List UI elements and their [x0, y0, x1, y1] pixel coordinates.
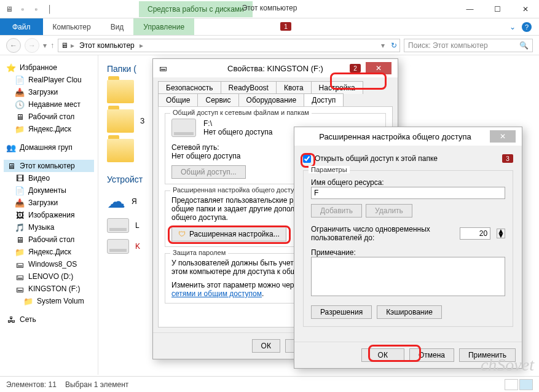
view-switcher[interactable] — [505, 379, 533, 390]
qat-item[interactable]: ▫ — [17, 4, 28, 15]
drive-icon — [107, 218, 129, 233]
checkbox-input[interactable] — [303, 155, 311, 163]
nav-tree[interactable]: ⭐Избранное 📄RealPlayer Clou 📥Загрузки 🕓Н… — [0, 55, 98, 375]
tree-network[interactable]: 🖧Сеть — [4, 313, 94, 326]
delete-button[interactable]: Удалить — [366, 204, 412, 218]
tree-item[interactable]: 🖴LENOVO (D:) — [4, 270, 94, 283]
tab-customize[interactable]: Настройка — [311, 81, 363, 94]
dialog-titlebar[interactable]: Расширенная настройка общего доступа ✕ — [294, 127, 522, 146]
share-name-label: Имя общего ресурса: — [311, 178, 505, 187]
tree-item[interactable]: 🖥Рабочий стол — [4, 233, 94, 246]
share-path: F:\ — [203, 119, 272, 128]
ok-button[interactable]: ОК — [361, 348, 404, 362]
tree-item[interactable]: 📥Загрузки — [4, 197, 94, 209]
limit-label: Ограничить число одновременных пользоват… — [311, 225, 454, 242]
tab-sharing[interactable]: Доступ — [304, 93, 344, 106]
note-label: Примечание: — [311, 248, 505, 257]
tree-item[interactable]: 📁Яндекс.Диск — [4, 123, 94, 135]
ok-button[interactable]: ОК — [252, 339, 280, 353]
network-icon: 🖧 — [6, 315, 16, 324]
maximize-button[interactable]: ☐ — [484, 3, 511, 15]
dialog-titlebar[interactable]: 🖴 Свойства: KINGSTON (F:) 2 ✕ — [153, 59, 398, 77]
titlebar: 🖥 ▫ ▫ │ Средства работы с дисками Этот к… — [0, 0, 539, 18]
desktop-icon: 🖥 — [15, 112, 25, 122]
dialog-buttons: ОК Отмена Применить — [294, 342, 522, 368]
apply-button[interactable]: Применить — [459, 348, 516, 362]
recent-locations-icon[interactable]: ▾ — [43, 41, 47, 50]
tree-item[interactable]: 📄Документы — [4, 184, 94, 197]
close-icon[interactable]: ✕ — [366, 62, 391, 74]
forward-button[interactable]: → — [25, 38, 39, 53]
spinner-buttons[interactable]: ▲▼ — [497, 229, 505, 238]
tree-item[interactable]: 🕓Недавние мест — [4, 98, 94, 111]
homegroup-icon: 👥 — [6, 143, 16, 152]
search-placeholder: Поиск: Этот компьютер — [408, 41, 488, 50]
tree-item[interactable]: 🎵Музыка — [4, 221, 94, 233]
ribbon-expand-icon[interactable]: ⌄ — [509, 23, 516, 31]
search-box[interactable]: Поиск: Этот компьютер 🔍 — [404, 39, 533, 52]
onedrive-icon: ☁ — [107, 190, 125, 212]
music-icon: 🎵 — [15, 222, 25, 232]
ribbon-tab-computer[interactable]: Компьютер — [43, 18, 101, 35]
back-button[interactable]: ← — [6, 38, 21, 53]
tab-hardware[interactable]: Оборудование — [238, 93, 305, 106]
file-tab[interactable]: Файл — [0, 18, 43, 35]
star-icon: ⭐ — [6, 63, 16, 73]
permissions-button[interactable]: Разрешения — [311, 305, 372, 319]
downloads-icon: 📥 — [15, 198, 25, 208]
tree-item[interactable]: 🖼Изображения — [4, 209, 94, 221]
tree-item[interactable]: 🖥Рабочий стол — [4, 111, 94, 123]
advanced-sharing-button[interactable]: 🛡 Расширенная настройка... — [171, 227, 286, 241]
tree-favorites[interactable]: ⭐Избранное — [4, 61, 94, 74]
tree-item[interactable]: 📥Загрузки — [4, 86, 94, 98]
up-button[interactable]: ↑ — [50, 41, 54, 50]
folder-icon — [107, 109, 134, 133]
yadisk-icon: 📁 — [15, 247, 25, 257]
advanced-sharing-dialog: Расширенная настройка общего доступа ✕ О… — [294, 127, 522, 369]
tab-tools[interactable]: Сервис — [197, 93, 238, 106]
documents-icon: 📄 — [15, 186, 25, 195]
share-status: Нет общего доступа — [203, 128, 272, 136]
share-button[interactable]: Общий доступ... — [171, 165, 246, 179]
note-textarea[interactable] — [311, 257, 505, 296]
drive-icon — [171, 119, 196, 137]
share-folder-checkbox[interactable]: Открыть общий доступ к этой папке 3 — [303, 154, 513, 163]
tree-item[interactable]: 📁System Volum — [4, 295, 94, 307]
close-icon[interactable]: ✕ — [490, 130, 516, 143]
address-dropdown-icon[interactable]: ▾ — [381, 41, 385, 50]
limit-input[interactable] — [460, 227, 490, 240]
qat-divider: │ — [44, 4, 55, 15]
cancel-button[interactable]: Отмена — [409, 348, 454, 362]
yadisk-icon: 📁 — [15, 124, 25, 134]
tree-item[interactable]: 🎞Видео — [4, 172, 94, 184]
search-icon: 🔍 — [519, 41, 529, 50]
add-button[interactable]: Добавить — [311, 204, 362, 218]
drive-icon: 🖴 — [15, 284, 25, 294]
dialog-title: Свойства: KINGSTON (F:) — [227, 64, 323, 73]
tab-quota[interactable]: Квота — [276, 81, 312, 94]
help-icon[interactable]: ? — [522, 22, 532, 32]
tab-readyboost[interactable]: ReadyBoost — [221, 81, 277, 94]
qat-item[interactable]: ▫ — [31, 4, 42, 15]
callout-badge-3: 3 — [502, 154, 513, 163]
address-bar[interactable]: 🖥 ▸ Этот компьютер ▸ ▾ ↻ — [58, 39, 400, 52]
close-button[interactable]: ✕ — [511, 3, 539, 15]
tree-item[interactable]: 📁Яндекс.Диск — [4, 246, 94, 258]
breadcrumb[interactable]: Этот компьютер — [77, 41, 137, 50]
tree-item[interactable]: 🖴KINGSTON (F:) — [4, 283, 94, 295]
tab-general[interactable]: Общие — [158, 93, 198, 106]
tab-security[interactable]: Безопасность — [158, 81, 221, 94]
tree-item[interactable]: 🖴Windows8_OS — [4, 258, 94, 270]
refresh-icon[interactable]: ↻ — [391, 41, 397, 50]
caching-button[interactable]: Кэширование — [377, 305, 442, 319]
ribbon-tab-view[interactable]: Вид — [101, 18, 134, 35]
share-name-input[interactable] — [311, 187, 505, 199]
tree-homegroup[interactable]: 👥Домашняя груп — [4, 141, 94, 154]
desktop-icon: 🖥 — [15, 235, 25, 245]
group-label: Общий доступ к сетевым файлам и папкам — [170, 109, 312, 116]
tree-thispc[interactable]: 🖥Этот компьютер — [4, 160, 94, 172]
tree-item[interactable]: 📄RealPlayer Clou — [4, 74, 94, 86]
ribbon-tab-manage[interactable]: Управление — [133, 18, 194, 35]
minimize-button[interactable]: — — [456, 3, 484, 15]
ribbon: Файл Компьютер Вид Управление 1 ⌄ ? — [0, 18, 539, 36]
